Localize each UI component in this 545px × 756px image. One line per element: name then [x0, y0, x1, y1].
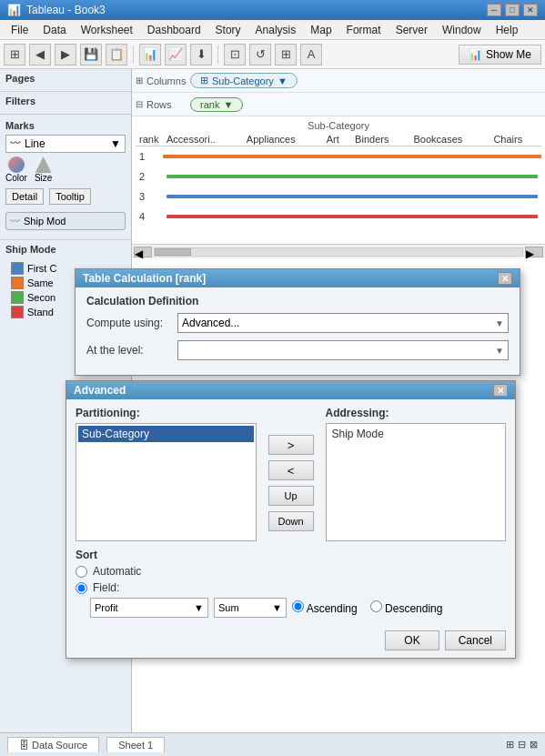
asc-desc-row: Ascending Descending	[292, 600, 442, 615]
chart-button[interactable]: 📊	[139, 44, 161, 66]
sep2	[217, 45, 218, 64]
menu-data[interactable]: Data	[35, 22, 73, 38]
pill-icon: ⊞	[200, 75, 208, 86]
close-button[interactable]: ✕	[523, 4, 538, 16]
scroll-right[interactable]: ▶	[525, 247, 543, 257]
partition-item-0[interactable]: Sub-Category	[78, 426, 254, 442]
filter-button[interactable]: ⊡	[224, 44, 246, 66]
table-calc-dialog[interactable]: Table Calculation [rank] ✕ Calculation D…	[75, 268, 520, 376]
pages-section: Pages	[0, 69, 131, 92]
color-mark[interactable]: Color	[5, 156, 27, 183]
marks-section: Marks 〰 Line ▼ Color Size Detail Tooltip	[0, 115, 131, 236]
table-calc-titlebar: Table Calculation [rank] ✕	[76, 269, 520, 287]
minimize-button[interactable]: ─	[487, 4, 501, 16]
compute-row: Compute using: Advanced... ▼	[86, 313, 509, 333]
back-button[interactable]: ◀	[29, 44, 51, 66]
aggregation-value: Sum	[218, 602, 239, 613]
status-icon-2: ⊟	[518, 739, 526, 751]
marks-title: Marks	[5, 120, 126, 131]
sheet1-tab[interactable]: Sheet 1	[106, 737, 165, 752]
compute-select[interactable]: Advanced... ▼	[177, 313, 509, 333]
show-me-button[interactable]: 📊 Show Me	[459, 45, 541, 65]
field-radio[interactable]	[76, 582, 87, 594]
filters-section: Filters	[0, 92, 131, 115]
scroll-thumb[interactable]	[155, 248, 191, 256]
columns-pill[interactable]: ⊞ Sub-Category ▼	[190, 73, 298, 88]
menu-dashboard[interactable]: Dashboard	[140, 22, 208, 38]
addressing-list[interactable]: Ship Mode	[326, 423, 507, 541]
legend-title: Ship Mode	[5, 244, 126, 255]
field-radio-row: Field:	[76, 581, 506, 594]
sep1	[133, 45, 134, 64]
ok-button[interactable]: OK	[385, 630, 439, 650]
forward-button[interactable]: ▶	[55, 44, 76, 66]
back-button[interactable]: <	[268, 460, 314, 480]
app-icon: 📊	[7, 4, 21, 16]
window-controls[interactable]: ─ □ ✕	[487, 4, 538, 16]
status-icons: ⊞ ⊟ ⊠	[506, 739, 538, 751]
ascending-radio[interactable]	[292, 600, 304, 612]
table-calc-close-button[interactable]: ✕	[498, 272, 512, 285]
menu-worksheet[interactable]: Worksheet	[74, 22, 140, 38]
fit-button[interactable]: ⊞	[275, 44, 297, 66]
aggregation-select[interactable]: Sum ▼	[214, 598, 287, 618]
refresh-button[interactable]: ↺	[249, 44, 271, 66]
maximize-button[interactable]: □	[505, 4, 520, 16]
datasource-tab[interactable]: 🗄 Data Source	[7, 737, 99, 752]
sheet-label: Sheet 1	[118, 740, 153, 751]
table-row: 2	[136, 166, 541, 186]
scroll-track[interactable]	[154, 247, 523, 257]
menu-analysis[interactable]: Analysis	[248, 22, 304, 38]
advanced-dialog[interactable]: Advanced ✕ Partitioning: Sub-Category > …	[66, 380, 516, 659]
field-label: Field:	[93, 581, 119, 594]
dialog-footer: OK Cancel	[66, 625, 515, 658]
label-button[interactable]: A	[300, 44, 322, 66]
save-button[interactable]: 💾	[80, 44, 102, 66]
rows-pill[interactable]: rank ▼	[190, 97, 243, 112]
chart-scrollbar[interactable]: ◀ ▶	[132, 244, 545, 258]
agg-arrow: ▼	[272, 602, 282, 613]
level-select[interactable]: ▼	[177, 340, 509, 360]
rank-header: rank	[136, 133, 163, 146]
scroll-left[interactable]: ◀	[134, 247, 152, 257]
bar-button[interactable]: 📈	[165, 44, 187, 66]
toolbar: ⊞ ◀ ▶ 💾 📋 📊 📈 ⬇ ⊡ ↺ ⊞ A 📊 Show Me	[0, 40, 545, 69]
menu-map[interactable]: Map	[303, 22, 338, 38]
menu-story[interactable]: Story	[208, 22, 248, 38]
detail-button[interactable]: Detail	[5, 188, 44, 205]
table-calc-body: Calculation Definition Compute using: Ad…	[76, 287, 520, 375]
forward-button[interactable]: >	[268, 435, 314, 455]
advanced-close-button[interactable]: ✕	[493, 384, 508, 397]
field-select[interactable]: Profit ▼	[90, 598, 208, 618]
marks-type-dropdown[interactable]: 〰 Line ▼	[5, 135, 126, 153]
menu-bar: File Data Worksheet Dashboard Story Anal…	[0, 20, 545, 40]
down-button[interactable]: Down	[268, 511, 314, 531]
menu-help[interactable]: Help	[489, 22, 526, 38]
new-button[interactable]: 📋	[106, 44, 127, 66]
partitioning-list[interactable]: Sub-Category	[76, 423, 257, 541]
columns-value: Sub-Category	[212, 76, 274, 86]
descending-radio[interactable]	[370, 600, 382, 612]
ship-mod-label: Ship Mod	[24, 216, 66, 227]
pages-title: Pages	[5, 73, 126, 84]
level-row: At the level: ▼	[86, 340, 509, 360]
size-mark[interactable]: Size	[35, 156, 52, 183]
address-item-0[interactable]: Ship Mode	[328, 426, 504, 442]
ship-mod-item[interactable]: 〰 Ship Mod	[5, 212, 126, 230]
chart-icon: 📊	[469, 48, 482, 61]
legend-color-1	[11, 277, 24, 289]
export-button[interactable]: ⬇	[190, 44, 212, 66]
menu-window[interactable]: Window	[435, 22, 489, 38]
tooltip-button[interactable]: Tooltip	[49, 188, 91, 205]
marks-detail-row: Detail Tooltip	[5, 188, 126, 205]
home-button[interactable]: ⊞	[4, 44, 25, 66]
automatic-radio[interactable]	[76, 566, 87, 578]
menu-server[interactable]: Server	[389, 22, 435, 38]
menu-file[interactable]: File	[4, 22, 35, 38]
cancel-button[interactable]: Cancel	[445, 630, 506, 650]
sort-title: Sort	[76, 549, 506, 561]
addressing-col: Addressing: Ship Mode	[326, 407, 507, 541]
up-button[interactable]: Up	[268, 486, 314, 506]
menu-format[interactable]: Format	[339, 22, 389, 38]
size-icon	[35, 156, 52, 173]
